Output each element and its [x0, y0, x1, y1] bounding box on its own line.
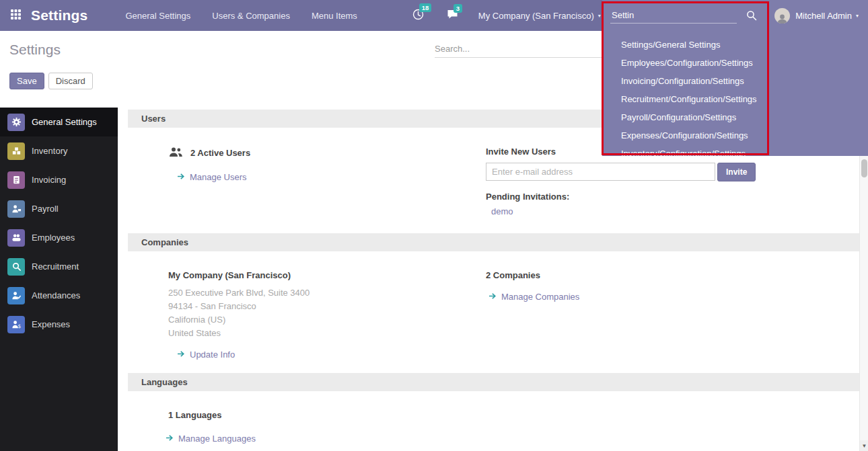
invite-email-input[interactable] — [486, 163, 715, 181]
user-name: Mitchell Admin — [795, 11, 852, 21]
search-result-item[interactable]: Employees/Configuration/Settings — [602, 54, 868, 72]
sidebar-item-label: Expenses — [32, 319, 70, 329]
search-result-item[interactable]: Recruitment/Configuration/Settings — [602, 90, 868, 108]
manage-languages-label: Manage Languages — [178, 434, 256, 444]
chevron-down-icon: ▾ — [856, 13, 859, 19]
messages-button[interactable]: 3 — [447, 9, 458, 22]
form-buttons: Save Discard — [9, 73, 93, 89]
sidebar-item-employees[interactable]: Employees — [0, 223, 118, 252]
sidebar-item-inventory[interactable]: Inventory — [0, 136, 118, 165]
search-result-item[interactable]: Inventory/Configuration/Settings — [602, 145, 868, 163]
svg-text:$: $ — [17, 323, 21, 329]
update-info-label: Update Info — [190, 350, 235, 360]
apps-grid-icon — [11, 9, 21, 22]
search-result-item[interactable]: Settings/General Settings — [602, 36, 868, 54]
sidebar-item-label: Invoicing — [32, 175, 66, 185]
update-info-link[interactable]: Update Info — [177, 350, 235, 360]
discard-button[interactable]: Discard — [48, 73, 93, 89]
sidebar-item-expenses[interactable]: $ Expenses — [0, 310, 118, 339]
payroll-icon — [7, 200, 25, 218]
message-count-badge: 3 — [454, 4, 462, 13]
chevron-down-icon: ▾ — [598, 13, 601, 19]
search-result-item[interactable]: Invoicing/Configuration/Settings — [602, 72, 868, 90]
apps-menu-button[interactable] — [0, 0, 31, 31]
address-line: United States — [168, 327, 486, 340]
manage-users-label: Manage Users — [190, 172, 247, 182]
pending-invitations-label: Pending Invitations: — [486, 192, 859, 202]
attendance-icon — [7, 287, 25, 304]
company-name: My Company (San Francisco) — [168, 270, 486, 280]
sidebar-item-invoicing[interactable]: Invoicing — [0, 165, 118, 194]
arrow-right-icon — [489, 292, 497, 302]
arrow-right-icon — [166, 434, 174, 444]
search-result-item[interactable]: Expenses/Configuration/Settings — [602, 126, 868, 145]
address-line: 94134 - San Francisco — [168, 300, 486, 313]
app-title[interactable]: Settings — [31, 7, 87, 24]
address-line: California (US) — [168, 313, 486, 327]
menu-search-input[interactable] — [610, 7, 737, 24]
settings-sidebar: General Settings Inventory Invoicing Pay… — [0, 108, 118, 451]
sidebar-item-label: Recruitment — [32, 261, 79, 272]
languages-count: 1 Languages — [168, 410, 486, 420]
users-group-icon — [168, 147, 183, 159]
activities-button[interactable]: 18 — [412, 9, 424, 22]
section-header-languages: Languages — [128, 373, 859, 391]
sidebar-item-label: Attendances — [32, 290, 80, 300]
manage-companies-label: Manage Companies — [501, 292, 579, 302]
invite-row: Invite — [486, 163, 859, 181]
save-button[interactable]: Save — [9, 73, 44, 89]
invite-button[interactable]: Invite — [717, 163, 756, 181]
sidebar-item-recruitment[interactable]: Recruitment — [0, 252, 118, 281]
avatar — [774, 8, 790, 24]
company-address: 250 Executive Park Blvd, Suite 3400 9413… — [168, 286, 486, 340]
employees-icon — [7, 229, 25, 247]
activity-count-badge: 18 — [419, 3, 432, 12]
recruitment-icon — [7, 258, 25, 276]
section-header-companies: Companies — [128, 233, 859, 251]
search-icon[interactable] — [746, 10, 757, 21]
page-title: Settings — [9, 42, 61, 58]
sidebar-item-label: General Settings — [32, 117, 97, 127]
company-switcher[interactable]: My Company (San Francisco) ▾ — [478, 11, 601, 21]
manage-companies-link[interactable]: Manage Companies — [489, 292, 579, 302]
manage-users-link[interactable]: Manage Users — [177, 172, 247, 182]
sidebar-item-label: Employees — [32, 233, 75, 243]
menu-item-users-companies[interactable]: Users & Companies — [201, 0, 301, 31]
menu-item-menu-items[interactable]: Menu Items — [301, 0, 368, 31]
boxes-icon — [7, 142, 25, 160]
section-title: Users — [141, 114, 166, 124]
arrow-right-icon — [177, 350, 185, 360]
companies-section-row: My Company (San Francisco) 250 Executive… — [118, 251, 859, 371]
company-switcher-label: My Company (San Francisco) — [478, 11, 594, 21]
expenses-icon: $ — [7, 316, 25, 333]
active-users-stat: 2 Active Users — [168, 147, 486, 159]
sidebar-item-general-settings[interactable]: General Settings — [0, 108, 118, 136]
menu-search-results: Settings/General Settings Employees/Conf… — [602, 31, 868, 163]
section-title: Companies — [141, 237, 188, 247]
section-title: Languages — [141, 377, 188, 387]
sidebar-item-label: Inventory — [32, 146, 67, 156]
gear-icon — [7, 114, 25, 131]
search-result-item[interactable]: Payroll/Configuration/Settings — [602, 108, 868, 126]
manage-languages-link[interactable]: Manage Languages — [166, 434, 256, 444]
active-users-label: 2 Active Users — [190, 148, 250, 158]
scroll-down-arrow[interactable]: ▼ — [860, 440, 868, 451]
arrow-right-icon — [177, 172, 185, 182]
sidebar-item-attendances[interactable]: Attendances — [0, 281, 118, 310]
app-menu: General Settings Users & Companies Menu … — [114, 0, 367, 31]
user-menu[interactable]: Mitchell Admin ▾ — [774, 0, 868, 31]
companies-count: 2 Companies — [486, 270, 859, 280]
menu-item-general-settings[interactable]: General Settings — [114, 0, 201, 31]
sidebar-item-label: Payroll — [32, 204, 59, 214]
address-line: 250 Executive Park Blvd, Suite 3400 — [168, 286, 486, 300]
pending-user-link[interactable]: demo — [491, 206, 513, 216]
vertical-scrollbar[interactable]: ▼ — [859, 156, 868, 451]
languages-section-row: 1 Languages Manage Languages — [118, 391, 859, 451]
sidebar-item-payroll[interactable]: Payroll — [0, 194, 118, 223]
invoice-icon — [7, 171, 25, 189]
